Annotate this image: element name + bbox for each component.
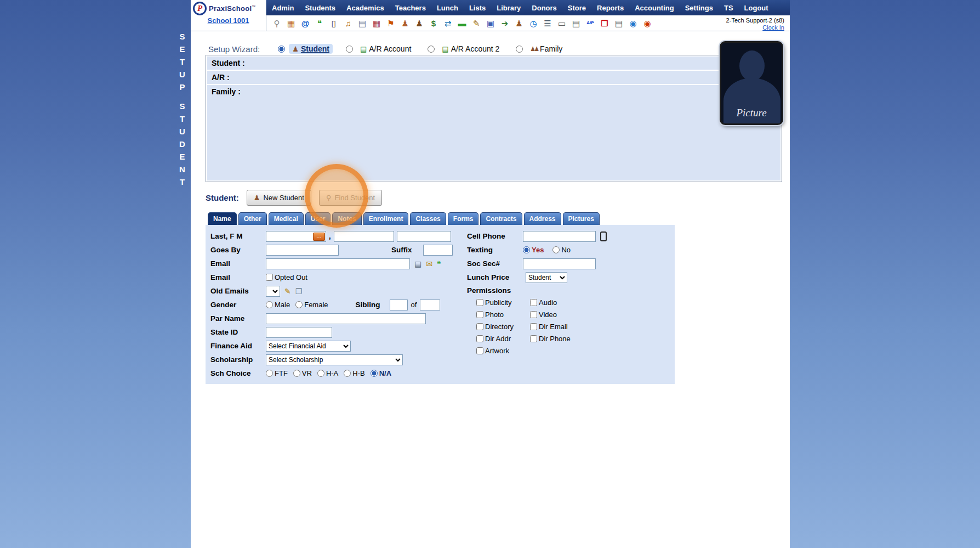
nav-item-logout[interactable]: Logout [739,0,774,15]
printer2-icon[interactable]: ▤ [614,19,624,27]
tab-medical[interactable]: Medical [269,212,304,225]
tab-other[interactable]: Other [238,212,267,225]
perm-dir-addr-option[interactable]: Dir Addr [476,335,530,343]
sms-icon[interactable]: ❝ [437,259,441,268]
save-icon[interactable]: ▣ [486,19,495,27]
goes-by-input[interactable] [266,245,339,256]
wizard-radio-student[interactable] [278,46,285,53]
texting-yes-radio[interactable] [523,246,530,253]
soc-sec-input[interactable] [523,258,596,269]
texting-no-option[interactable]: No [552,246,571,254]
state-id-input[interactable] [266,327,332,338]
wizard-radio-ar-account[interactable] [346,46,353,53]
name-lookup-button[interactable]: … [313,233,325,241]
perm-dir-phone-option[interactable]: Dir Phone [530,335,584,343]
texting-no-radio[interactable] [552,246,560,253]
print-icon[interactable]: ▤ [414,259,421,268]
nav-item-lunch[interactable]: Lunch [431,0,464,15]
sibling-total-input[interactable] [420,300,440,310]
nav-item-store[interactable]: Store [562,0,591,15]
wizard-option-ar-account[interactable]: ▤ A/R Account [346,44,414,54]
perm-artwork-checkbox[interactable] [476,347,483,354]
student-picture-placeholder[interactable]: Picture [720,41,783,125]
report-icon[interactable]: ▤ [357,19,367,27]
search-icon[interactable]: ⚲ [272,19,282,27]
ap-icon[interactable]: A/P [585,21,595,25]
clock-icon[interactable]: ◷ [528,19,538,27]
sch-choice-hb-option[interactable]: H-B [344,369,364,377]
perm-dir-email-option[interactable]: Dir Email [530,323,584,331]
texting-yes-option[interactable]: Yes [523,246,544,254]
tab-address[interactable]: Address [524,212,561,225]
find-student-button[interactable]: ⚲ Find Student [319,190,382,206]
help-icon[interactable]: ◉ [628,19,638,27]
wizard-option-family[interactable]: ♟♟ Family [516,44,566,54]
opted-out-checkbox[interactable] [266,274,273,281]
perm-publicity-option[interactable]: Publicity [476,298,530,307]
perm-dir-email-checkbox[interactable] [530,323,537,330]
nav-item-teachers[interactable]: Teachers [390,0,431,15]
gender-female-option[interactable]: Female [295,301,328,309]
perm-video-option[interactable]: Video [530,310,584,319]
email-input[interactable] [266,258,410,269]
nav-item-academics[interactable]: Academics [341,0,390,15]
sch-choice-hb-radio[interactable] [344,370,351,377]
nav-item-ts[interactable]: TS [719,0,739,15]
mail-send-icon[interactable]: ✉ [426,259,432,268]
old-emails-select[interactable] [266,286,280,297]
transfer-icon[interactable]: ⇄ [443,19,453,27]
chat-icon[interactable]: ❝ [315,19,324,27]
nav-item-lists[interactable]: Lists [464,0,491,15]
student-add-icon[interactable]: ♟ [400,19,410,27]
audio-icon[interactable]: ♫ [343,19,353,27]
new-student-button[interactable]: ♟ New Student [247,190,311,206]
perm-dir-phone-checkbox[interactable] [530,335,537,342]
perm-directory-checkbox[interactable] [476,323,483,330]
tab-forms[interactable]: Forms [448,212,479,225]
sch-choice-na-option[interactable]: N/A [371,369,391,377]
nav-item-settings[interactable]: Settings [680,0,719,15]
nav-item-reports[interactable]: Reports [591,0,629,15]
tab-name[interactable]: Name [208,212,237,225]
sch-choice-ha-radio[interactable] [317,370,324,377]
clock-in-link[interactable]: Clock In [762,24,784,31]
gender-female-radio[interactable] [295,301,303,308]
people-icon[interactable]: ♟ [514,19,524,27]
sch-choice-ftf-radio[interactable] [266,370,273,377]
list-icon[interactable]: ☰ [543,19,552,27]
wizard-option-student[interactable]: ♟ Student [278,44,333,54]
school-link[interactable]: School 1001 [193,16,264,25]
perm-dir-addr-checkbox[interactable] [476,335,483,342]
card-icon[interactable]: ▭ [557,19,567,27]
nav-item-donors[interactable]: Donors [526,0,562,15]
wizard-radio-ar-account-2[interactable] [428,46,435,53]
tab-pictures[interactable]: Pictures [563,212,600,225]
tab-notes[interactable]: Notes [332,212,361,225]
suffix-input[interactable] [423,245,453,256]
finance-aid-select[interactable]: Select Financial Aid [266,341,351,352]
wizard-option-ar-account-2[interactable]: ▤ A/R Account 2 [428,44,503,54]
notes-icon[interactable]: ✎ [471,19,481,27]
stop-icon[interactable]: ◉ [642,19,652,27]
sch-choice-vr-radio[interactable] [293,370,300,377]
perm-video-checkbox[interactable] [530,311,537,318]
printer-icon[interactable]: ▤ [571,19,581,27]
nav-item-library[interactable]: Library [491,0,526,15]
perm-photo-checkbox[interactable] [476,311,483,318]
sch-choice-na-radio[interactable] [371,370,378,377]
perm-photo-option[interactable]: Photo [476,310,530,319]
tab-enrollment[interactable]: Enrollment [363,212,409,225]
gender-male-radio[interactable] [266,301,273,308]
sch-choice-ha-option[interactable]: H-A [317,369,338,377]
tab-contracts[interactable]: Contracts [480,212,522,225]
email-icon[interactable]: @ [300,19,310,27]
perm-artwork-option[interactable]: Artwork [476,347,530,355]
lunch-price-select[interactable]: Student [526,272,567,283]
nav-item-admin[interactable]: Admin [266,0,299,15]
nav-item-students[interactable]: Students [299,0,341,15]
sch-choice-vr-option[interactable]: VR [293,369,312,377]
nav-item-accounting[interactable]: Accounting [629,0,680,15]
tab-user[interactable]: User [305,212,331,225]
gender-male-option[interactable]: Male [266,301,290,309]
teacher-icon[interactable]: ♟ [414,19,424,27]
